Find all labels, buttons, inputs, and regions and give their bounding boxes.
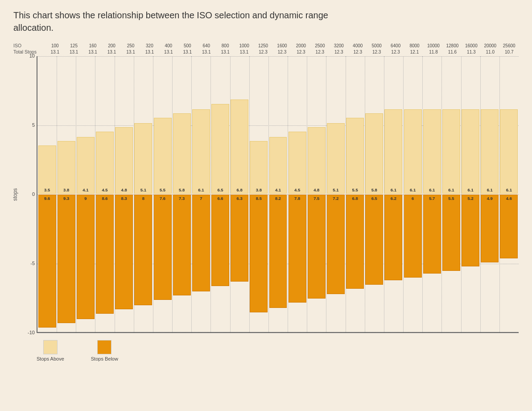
below-label: 4.9: [481, 196, 498, 201]
bar-below: 7.5: [308, 195, 326, 299]
v-gridline: [346, 56, 346, 332]
bar-above: 6.1: [481, 109, 499, 194]
total-stops-cell: 12.3: [272, 50, 291, 54]
above-label: 6.1: [385, 187, 402, 192]
bar-above: 5.5: [346, 118, 364, 194]
above-label: 6.8: [231, 187, 248, 192]
bar-below: 9.3: [58, 195, 75, 323]
total-stops-cell: 11.6: [443, 50, 462, 54]
chart-area: ISO 100125160200250320400500640800100012…: [13, 43, 519, 333]
bar-below: 5.7: [423, 195, 441, 274]
bar-above: 3.5: [38, 145, 56, 194]
bar-above: 4.8: [308, 127, 326, 194]
bar-above: 3.8: [250, 141, 268, 194]
total-stops-cell: 11.0: [481, 50, 499, 54]
below-label: 6.8: [346, 196, 363, 201]
above-label: 4.8: [115, 187, 132, 192]
total-stops-cell: 12.1: [405, 50, 424, 54]
iso-cell: 640: [197, 43, 216, 48]
total-stops-row: Total Stops 13.113.113.113.113.113.113.1…: [13, 49, 519, 54]
iso-cell: 320: [140, 43, 159, 48]
stops-above-box: [43, 340, 58, 354]
above-label: 6.1: [500, 187, 517, 192]
above-label: 6.1: [481, 187, 498, 192]
iso-cell: 5000: [367, 43, 386, 48]
total-stops-cell: 13.1: [83, 50, 102, 54]
above-label: 6.1: [443, 187, 460, 192]
bar-below: 6.5: [365, 195, 383, 285]
above-label: 3.8: [58, 187, 75, 192]
below-label: 8.3: [115, 196, 132, 201]
h-gridline: [37, 56, 519, 57]
bar-below: 6: [404, 195, 422, 278]
total-stops-cell: 10.7: [500, 50, 519, 54]
bar-below: 4.6: [500, 195, 518, 258]
above-label: 6.1: [424, 187, 441, 192]
total-stops-cell: 12.3: [292, 50, 310, 54]
iso-cell: 200: [102, 43, 121, 48]
below-label: 8.2: [270, 196, 287, 201]
below-label: 6.6: [212, 196, 229, 201]
bar-above: 6.8: [231, 100, 248, 194]
iso-row: ISO 100125160200250320400500640800100012…: [13, 43, 519, 48]
iso-cell: 125: [64, 43, 83, 48]
y-axis-label: -10: [28, 330, 35, 335]
iso-cell: 12800: [443, 43, 462, 48]
above-label: 5.5: [346, 187, 363, 192]
bar-above: 5.8: [173, 113, 191, 194]
bar-below: 6.2: [384, 195, 402, 280]
bar-above: 4.5: [289, 132, 306, 194]
above-label: 4.8: [308, 187, 325, 192]
bar-above: 3.8: [58, 141, 75, 194]
stops-above-label: Stops Above: [37, 356, 64, 361]
v-gridline: [461, 56, 462, 332]
total-stops-cell: 13.1: [235, 50, 253, 54]
total-stops-cell: 13.1: [45, 50, 64, 54]
stops-above-legend: Stops Above: [37, 340, 64, 361]
v-gridline: [441, 56, 442, 332]
bar-below: 8: [134, 195, 152, 305]
v-gridline: [480, 56, 481, 332]
total-stops-cell: 12.3: [386, 50, 405, 54]
below-label: 7.6: [154, 196, 171, 201]
below-label: 7.5: [308, 196, 325, 201]
total-stops-cell: 12.3: [330, 50, 348, 54]
below-label: 6.5: [366, 196, 383, 201]
title: This chart shows the relationship betwee…: [13, 9, 370, 34]
bar-below: 6.3: [231, 195, 248, 282]
iso-cell: 6400: [386, 43, 405, 48]
y-axis-label: -5: [30, 261, 35, 266]
total-stops-cell: 13.1: [121, 50, 140, 54]
bar-above: 5.5: [154, 118, 172, 194]
below-label: 6.2: [385, 196, 402, 201]
bar-below: 7: [192, 195, 210, 291]
y-axis: stops 1050-5-10: [13, 56, 37, 333]
bar-below: 4.9: [481, 195, 499, 262]
bar-above: 6.5: [211, 104, 229, 194]
bar-above: 6.1: [500, 109, 518, 194]
below-label: 9.6: [39, 196, 56, 201]
iso-cell: 1250: [254, 43, 272, 48]
iso-cell: 4000: [348, 43, 367, 48]
bar-above: 4.8: [115, 127, 133, 194]
above-label: 5.8: [173, 187, 190, 192]
h-gridline: [37, 333, 519, 333]
v-gridline: [230, 56, 231, 332]
below-label: 7.8: [289, 196, 306, 201]
below-label: 5.2: [462, 196, 479, 201]
iso-cell: 400: [159, 43, 178, 48]
below-label: 7.3: [173, 196, 190, 201]
below-label: 7.2: [327, 196, 344, 201]
above-label: 6.1: [462, 187, 479, 192]
total-stops-cell: 11.3: [462, 50, 481, 54]
v-gridline: [499, 56, 500, 332]
legend: Stops Above Stops Below: [37, 340, 519, 361]
iso-cell: 160: [83, 43, 102, 48]
below-label: 6: [404, 196, 421, 201]
total-stops-cell: 13.1: [140, 50, 159, 54]
iso-cell: 800: [216, 43, 235, 48]
iso-cell: 25600: [500, 43, 519, 48]
above-label: 5.1: [135, 187, 152, 192]
above-label: 5.1: [327, 187, 344, 192]
y-axis-title: stops: [12, 188, 18, 201]
